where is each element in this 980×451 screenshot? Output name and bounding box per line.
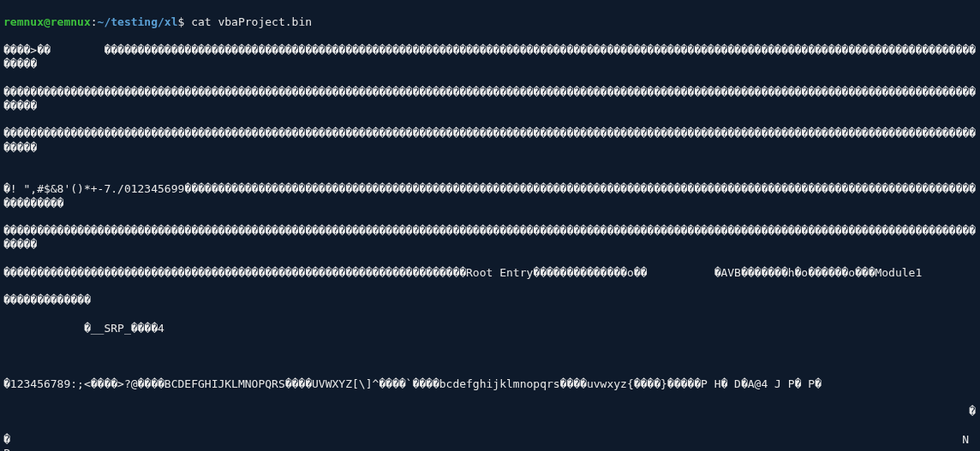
prompt-path: ~/testing/xl bbox=[98, 15, 178, 28]
output-line: ������������� bbox=[3, 294, 977, 307]
prompt-symbol: $ bbox=[178, 15, 185, 28]
terminal-output: remnux@remnux:~/testing/xl$ cat vbaProje… bbox=[0, 0, 980, 451]
prompt-line: remnux@remnux:~/testing/xl$ cat vbaProje… bbox=[3, 15, 977, 29]
output-line: ����������������������������������������… bbox=[3, 86, 977, 114]
prompt-separator: : bbox=[91, 15, 98, 28]
output-line: ����������������������������������������… bbox=[3, 266, 977, 280]
output-line: �__SRP_����4 bbox=[3, 322, 977, 335]
command-entered[interactable]: cat vbaProject.bin bbox=[191, 15, 312, 28]
prompt-user-host: remnux@remnux bbox=[3, 15, 91, 28]
output-line: �123456789:;<����>?@����BCDEFGHIJKLMNOPQ… bbox=[3, 377, 977, 391]
output-line: ����>�� ��������������������������������… bbox=[3, 44, 977, 72]
output-line: �! ",#$&8'()*+-7./012345699�������������… bbox=[3, 182, 977, 211]
output-line: ����������������������������������������… bbox=[3, 224, 977, 252]
output-line: � bbox=[3, 405, 977, 418]
output-line: ����������������������������������������… bbox=[3, 127, 977, 155]
output-line: � N P bbox=[3, 433, 977, 451]
